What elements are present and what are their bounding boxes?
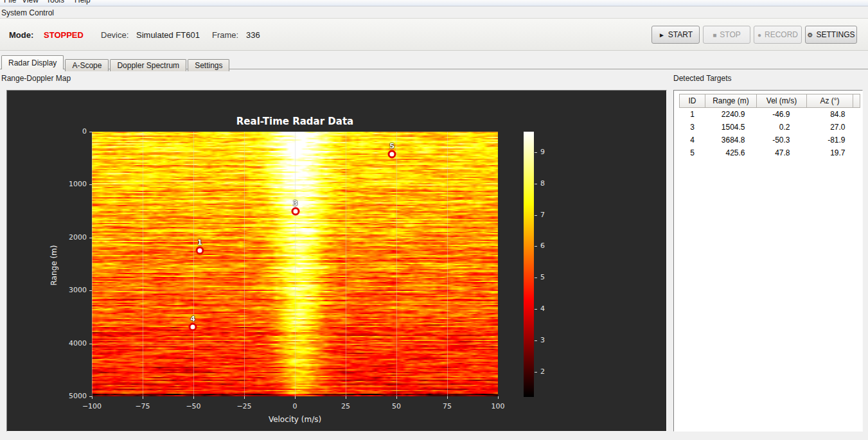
group-label-system-control: System Control [1, 8, 54, 17]
target-vel: -46.9 [757, 108, 807, 121]
record-button: ●RECORD [754, 26, 802, 44]
range-doppler-heatmap [92, 132, 498, 396]
x-tick-label: 25 [330, 402, 361, 410]
x-tick-mark [447, 396, 448, 399]
x-tick-mark [143, 396, 143, 399]
settings-button[interactable]: ⚙SETTINGS [805, 26, 857, 44]
column-header-filler [853, 94, 860, 108]
x-tick-label: 75 [432, 402, 463, 410]
x-tick-label: 100 [483, 402, 513, 410]
app-window: { "menu": { "items": ["File", "View", "T… [0, 0, 868, 440]
x-tick-mark [193, 396, 194, 399]
colorbar-tick-label: 2 [540, 367, 560, 376]
column-header-id[interactable]: ID [680, 94, 705, 108]
colorbar-tick-mark [535, 215, 537, 216]
target-range: 1504.5 [705, 121, 757, 134]
gear-icon: ⚙ [808, 31, 813, 39]
table-row[interactable]: 31504.50.227.0 [680, 121, 860, 134]
y-tick-mark [89, 184, 92, 185]
column-header-vel[interactable]: Vel (m/s) [757, 94, 807, 108]
table-row[interactable]: 12240.9-46.984.8 [680, 108, 860, 121]
menu-item-tools[interactable]: Tools [46, 0, 64, 4]
mode-value: STOPPED [44, 30, 84, 40]
colorbar-tick-label: 5 [540, 273, 560, 281]
filler-cell [853, 146, 860, 159]
colorbar-tick-label: 3 [540, 336, 560, 344]
x-axis-label: Velocity (m/s) [92, 415, 498, 424]
start-button[interactable]: ►START [651, 26, 700, 44]
play-icon: ► [659, 31, 665, 39]
target-id: 3 [680, 121, 705, 134]
range-doppler-map-label: Range-Doppler Map [1, 74, 71, 83]
tab-a-scope[interactable]: A-Scope [65, 59, 109, 71]
colorbar-tick-mark [535, 340, 537, 341]
stop-button: ■STOP [703, 26, 750, 44]
x-tick-mark [244, 396, 245, 399]
record-icon: ● [757, 31, 761, 39]
menu-bar: FileViewToolsHelp [0, 0, 868, 6]
table-row[interactable]: 5425.647.819.7 [680, 146, 860, 159]
button-label: RECORD [765, 30, 798, 39]
target-az: 84.8 [807, 108, 853, 121]
target-marker-1 [195, 246, 204, 254]
detected-targets-label: Detected Targets [673, 74, 732, 83]
colorbar-tick-label: 7 [540, 211, 560, 219]
y-axis-label: Range (m) [49, 227, 58, 304]
menu-item-help[interactable]: Help [75, 0, 91, 4]
tab-settings[interactable]: Settings [188, 59, 229, 71]
target-vel: 47.8 [757, 146, 807, 159]
target-marker-label: 1 [197, 238, 202, 247]
target-range: 2240.9 [705, 108, 757, 121]
colorbar-tick-mark [535, 152, 537, 153]
x-tick-mark [346, 396, 346, 399]
column-header-range[interactable]: Range (m) [705, 94, 757, 108]
x-tick-label: 0 [279, 402, 310, 410]
colorbar-tick-label: 6 [540, 242, 560, 250]
button-label: STOP [720, 30, 740, 39]
tab-doppler-spectrum[interactable]: Doppler Spectrum [110, 59, 186, 71]
column-header-az[interactable]: Az (°) [807, 94, 853, 108]
tab-bar: Radar DisplayA-ScopeDoppler SpectrumSett… [0, 55, 868, 69]
filler-cell [853, 108, 860, 121]
colorbar-tick-mark [535, 246, 537, 247]
menu-item-view[interactable]: View [22, 0, 39, 4]
range-doppler-plot-panel: Real-Time Radar Data 0100020003000400050… [6, 90, 667, 432]
target-az: -81.9 [807, 134, 853, 146]
target-marker-5 [388, 150, 396, 159]
colorbar-tick-label: 9 [540, 148, 560, 156]
button-label: START [668, 30, 693, 39]
target-range: 3684.8 [705, 134, 757, 146]
target-vel: 0.2 [757, 121, 807, 134]
x-tick-label: −50 [178, 402, 209, 410]
target-marker-label: 3 [293, 199, 298, 207]
target-id: 5 [680, 146, 705, 159]
detected-targets-table: IDRange (m)Vel (m/s)Az (°) 12240.9-46.98… [679, 94, 860, 159]
device-label: Device: [101, 30, 128, 40]
target-id: 1 [680, 108, 705, 121]
x-tick-label: −75 [127, 402, 158, 410]
plot-title: Real-Time Radar Data [92, 116, 498, 127]
target-range: 425.6 [705, 146, 757, 159]
y-tick-mark [89, 238, 92, 238]
y-tick-label: 0 [48, 127, 87, 136]
mode-label: Mode: [9, 30, 33, 40]
colorbar [524, 132, 534, 397]
y-tick-mark [89, 344, 92, 344]
filler-cell [853, 134, 860, 146]
x-tick-mark [396, 396, 397, 399]
tab-radar-display[interactable]: Radar Display [1, 55, 64, 69]
x-tick-label: 50 [381, 402, 412, 410]
target-id: 4 [680, 134, 705, 146]
frame-value: 336 [246, 30, 260, 40]
colorbar-tick-mark [535, 277, 537, 278]
target-marker-4 [189, 322, 197, 331]
y-tick-label: 5000 [48, 392, 87, 400]
frame-label: Frame: [212, 30, 238, 40]
target-marker-label: 5 [389, 142, 394, 150]
target-az: 19.7 [807, 146, 853, 159]
table-row[interactable]: 43684.8-50.3-81.9 [680, 134, 860, 146]
colorbar-tick-mark [535, 372, 537, 373]
colorbar-tick-mark [535, 184, 537, 184]
menu-item-file[interactable]: File [4, 0, 16, 4]
button-label: SETTINGS [816, 30, 855, 39]
